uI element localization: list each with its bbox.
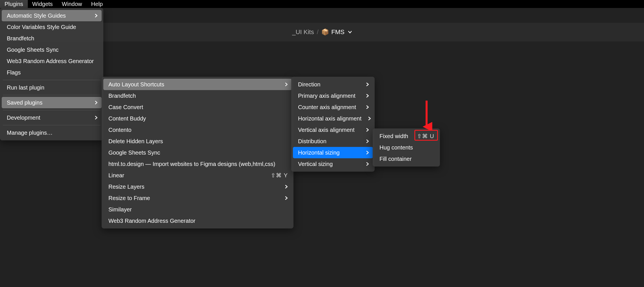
saved-item-similayer[interactable]: Similayer — [103, 204, 292, 215]
menu-item-label: Distribution — [298, 137, 326, 145]
plugins-item-flags[interactable]: Flags — [2, 67, 102, 78]
chevron-right-icon — [95, 116, 98, 120]
package-icon: 📦 — [321, 28, 329, 36]
menu-separator — [3, 80, 100, 80]
saved-item-resize-layers[interactable]: Resize Layers — [103, 181, 292, 192]
menu-item-label: Brandfetch — [108, 92, 136, 100]
als-direction[interactable]: Direction — [293, 79, 373, 90]
menu-item-label: Google Sheets Sync — [7, 46, 58, 54]
menu-item-label: Google Sheets Sync — [108, 149, 160, 157]
menu-item-label: Automatic Style Guides — [7, 12, 66, 20]
menu-item-label: Web3 Random Address Generator — [7, 57, 94, 65]
menu-item-label: Resize Layers — [108, 183, 144, 191]
menu-item-label: Web3 Random Address Generator — [108, 217, 195, 225]
chevron-right-icon — [285, 185, 288, 189]
plugins-saved[interactable]: Saved plugins — [2, 97, 102, 108]
menu-item-label: Delete Hidden Layers — [108, 137, 163, 145]
plugins-item-brandfetch[interactable]: Brandfetch — [2, 33, 102, 44]
saved-item-auto-layout-shortcuts[interactable]: Auto Layout Shortcuts — [103, 79, 292, 90]
menu-item-label: Flags — [7, 68, 21, 76]
plugins-run-last[interactable]: Run last plugin — [2, 82, 102, 93]
chevron-down-icon[interactable] — [348, 31, 352, 34]
menubar-plugins[interactable]: Plugins — [0, 0, 28, 8]
saved-item-content-buddy[interactable]: Content Buddy — [103, 113, 292, 124]
chevron-right-icon — [366, 94, 369, 98]
als-vertical-sizing[interactable]: Vertical sizing — [293, 158, 373, 170]
chevron-right-icon — [366, 105, 369, 109]
menu-item-label: Manage plugins… — [7, 129, 53, 137]
als-primary-axis[interactable]: Primary axis alignment — [293, 90, 373, 101]
plugins-item-color-variables[interactable]: Color Variables Style Guide — [2, 21, 102, 33]
menu-separator — [3, 110, 100, 110]
menu-item-label: Horizontal axis alignment — [298, 115, 361, 122]
keyboard-shortcut: ⇧⌘ Y — [271, 171, 288, 179]
saved-item-resize-to-frame[interactable]: Resize to Frame — [103, 192, 292, 204]
breadcrumb-sep: / — [317, 28, 318, 36]
menu-item-label: Horizontal sizing — [298, 149, 340, 157]
menu-item-label: Direction — [298, 80, 320, 88]
chevron-right-icon — [366, 162, 369, 166]
als-vertical-axis[interactable]: Vertical axis alignment — [293, 124, 373, 136]
breadcrumb[interactable]: _UI Kits / 📦 FMS — [292, 28, 352, 36]
menu-item-label: Run last plugin — [7, 84, 44, 91]
chevron-right-icon — [285, 82, 288, 86]
menu-item-label: Hug contents — [379, 144, 413, 151]
plugins-manage[interactable]: Manage plugins… — [2, 127, 102, 138]
auto-layout-shortcuts-menu: Direction Primary axis alignment Counter… — [291, 77, 375, 172]
horiz-fill-container[interactable]: Fill container — [374, 153, 438, 165]
menubar-help[interactable]: Help — [87, 0, 107, 8]
menu-item-label: Fill container — [379, 155, 412, 163]
menu-item-label: Brandfetch — [7, 34, 34, 42]
plugins-item-google-sheets[interactable]: Google Sheets Sync — [2, 44, 102, 55]
saved-plugins-menu: Auto Layout Shortcuts Brandfetch Case Co… — [102, 77, 293, 228]
menu-item-label: Resize to Frame — [108, 194, 150, 202]
saved-item-brandfetch[interactable]: Brandfetch — [103, 90, 292, 101]
menu-item-label: Counter axis alignment — [298, 103, 356, 111]
menu-item-label: Fixed width — [379, 132, 408, 140]
menu-item-label: Vertical axis alignment — [298, 126, 354, 134]
saved-item-delete-hidden[interactable]: Delete Hidden Layers — [103, 136, 292, 147]
menubar-widgets[interactable]: Widgets — [28, 0, 57, 8]
menu-separator — [3, 95, 100, 95]
menu-item-label: Color Variables Style Guide — [7, 23, 76, 31]
menubar-window[interactable]: Window — [57, 0, 87, 8]
saved-item-web3[interactable]: Web3 Random Address Generator — [103, 215, 292, 226]
chevron-right-icon — [366, 151, 369, 155]
breadcrumb-parent[interactable]: _UI Kits — [292, 28, 314, 36]
menu-item-label: Case Convert — [108, 103, 143, 111]
saved-item-contento[interactable]: Contento — [103, 124, 292, 136]
menu-separator — [3, 125, 100, 125]
als-horizontal-sizing[interactable]: Horizontal sizing — [293, 147, 373, 158]
menubar: Plugins Widgets Window Help — [0, 0, 644, 8]
chevron-right-icon — [366, 82, 369, 86]
menu-item-label: Vertical sizing — [298, 160, 333, 168]
breadcrumb-name: FMS — [331, 28, 344, 36]
breadcrumb-current[interactable]: 📦 FMS — [321, 28, 352, 36]
saved-item-google-sheets[interactable]: Google Sheets Sync — [103, 147, 292, 158]
chevron-right-icon — [366, 139, 369, 143]
chevron-right-icon — [95, 14, 98, 18]
als-horizontal-axis[interactable]: Horizontal axis alignment — [293, 113, 373, 124]
annotation-highlight-box — [414, 130, 438, 141]
als-counter-axis[interactable]: Counter axis alignment — [293, 101, 373, 113]
chevron-right-icon — [368, 117, 371, 120]
saved-item-html-to-design[interactable]: html.to.design — Import websites to Figm… — [103, 158, 292, 170]
saved-item-case-convert[interactable]: Case Convert — [103, 101, 292, 113]
chevron-right-icon — [285, 196, 288, 200]
plugins-item-web3[interactable]: Web3 Random Address Generator — [2, 55, 102, 67]
plugins-development[interactable]: Development — [2, 112, 102, 123]
plugins-item-automatic-style-guides[interactable]: Automatic Style Guides — [2, 10, 102, 21]
annotation-arrow-icon — [421, 99, 432, 131]
als-distribution[interactable]: Distribution — [293, 136, 373, 147]
horiz-hug-contents[interactable]: Hug contents — [374, 142, 438, 153]
menu-item-label: Saved plugins — [7, 99, 43, 107]
chevron-right-icon — [366, 128, 369, 132]
menu-item-label: Auto Layout Shortcuts — [108, 80, 164, 88]
saved-item-linear[interactable]: Linear ⇧⌘ Y — [103, 170, 292, 181]
chevron-right-icon — [95, 101, 98, 105]
menu-item-label: html.to.design — Import websites to Figm… — [108, 160, 275, 168]
menu-item-label: Primary axis alignment — [298, 92, 355, 100]
menu-item-label: Contento — [108, 126, 131, 134]
menu-item-label: Linear — [108, 171, 124, 179]
menu-item-label: Development — [7, 114, 40, 122]
